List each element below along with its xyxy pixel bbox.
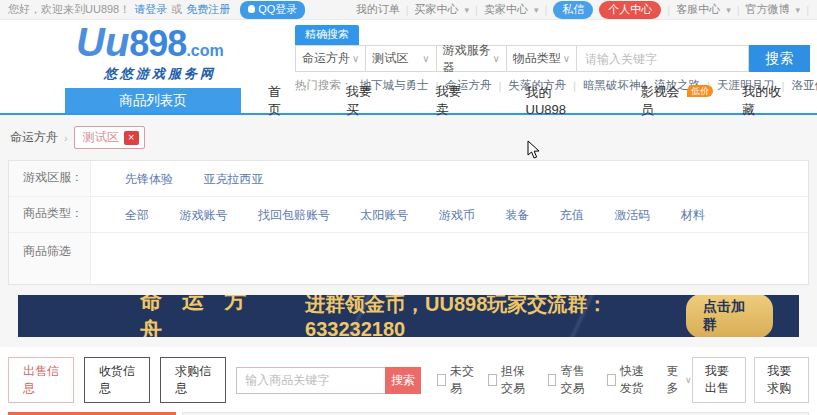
filter-tag-test-zone[interactable]: 测试区 × <box>74 126 145 149</box>
tab-video-vip[interactable]: 影视会员 低价 <box>614 88 716 113</box>
filter-option[interactable]: 太阳账号 <box>360 207 408 224</box>
tab-receive-info[interactable]: 收货信息 <box>84 357 150 403</box>
chevron-down-icon: ∨ <box>352 53 359 64</box>
chevron-down-icon: ▾ <box>465 5 470 15</box>
listing-toolbar: 出售信息 收货信息 求购信息 搜索 未交易 担保交易 寄售交易 <box>8 357 809 403</box>
search-button[interactable]: 搜索 <box>749 45 810 72</box>
chevron-down-icon: ∨ <box>563 53 570 64</box>
top-utility-bar: 您好，欢迎来到UU898！ 请登录 或 免费注册 QQ登录 我的订单 | 买家中… <box>0 0 817 20</box>
checkbox-guarantee-trade[interactable]: 担保交易 <box>488 363 533 397</box>
page-body: 命运方舟 › 测试区 × 游戏区服： 先锋体验 亚克拉西亚 商品类型： 全部 游… <box>0 115 817 415</box>
low-price-badge: 低价 <box>687 85 713 97</box>
chevron-down-icon: ▾ <box>726 5 731 15</box>
checkbox-icon <box>607 374 616 386</box>
filter-label: 商品类型： <box>9 197 91 232</box>
checkbox-fast-delivery[interactable]: 快速发货 <box>607 363 652 397</box>
tab-my-uu898[interactable]: 我的UU898 <box>499 88 614 113</box>
checkbox-untraded[interactable]: 未交易 <box>437 363 474 397</box>
separator: | <box>545 4 548 16</box>
qq-penguin-icon <box>248 5 255 13</box>
breadcrumb-game: 命运方舟 <box>10 129 58 146</box>
banner-text: 进群领金币，UU898玩家交流群：633232180 <box>305 295 686 337</box>
search-input[interactable] <box>576 45 749 72</box>
join-group-button[interactable]: 点击加群 <box>686 295 773 337</box>
filter-option[interactable]: 先锋体验 <box>125 171 173 188</box>
filter-label: 商品筛选 <box>9 233 91 284</box>
filter-table: 游戏区服： 先锋体验 亚克拉西亚 商品类型： 全部 游戏账号 找回包赔账号 太阳… <box>8 160 809 285</box>
more-dropdown[interactable]: 更多 ∨ <box>666 363 691 397</box>
weibo-link[interactable]: 官方微博 <box>746 2 790 17</box>
qq-group-banner: 命 运 方 舟 进群领金币，UU898玩家交流群：633232180 点击加群 <box>18 295 799 337</box>
filter-option[interactable]: 游戏币 <box>439 207 475 224</box>
service-center-link[interactable]: 客服中心 <box>676 2 720 17</box>
server-select[interactable]: 游戏服务器 ∨ <box>436 45 507 72</box>
qq-login-button[interactable]: QQ登录 <box>240 1 305 19</box>
seller-center-link[interactable]: 卖家中心 <box>484 2 528 17</box>
checkbox-consignment-trade[interactable]: 寄售交易 <box>548 363 593 397</box>
filter-option[interactable]: 材料 <box>681 207 705 224</box>
chevron-down-icon: ▾ <box>796 5 801 15</box>
breadcrumb: 命运方舟 › 测试区 × <box>0 115 817 158</box>
banner-game-title: 命 运 方 舟 <box>140 295 287 337</box>
login-link[interactable]: 请登录 <box>134 2 167 17</box>
separator: | <box>737 4 740 16</box>
tab-sell[interactable]: 我要卖 <box>409 88 499 113</box>
or-text: 或 <box>171 2 182 17</box>
checkbox-icon <box>488 374 497 386</box>
listing-section: 出售信息 收货信息 求购信息 搜索 未交易 担保交易 寄售交易 <box>0 347 817 415</box>
filter-option[interactable]: 游戏账号 <box>179 207 227 224</box>
register-link[interactable]: 免费注册 <box>186 2 230 17</box>
separator: | <box>806 4 809 16</box>
filter-row-screen: 商品筛选 <box>9 233 808 284</box>
chevron-down-icon: ∨ <box>492 53 499 64</box>
filter-option[interactable]: 充值 <box>560 207 584 224</box>
tab-product-list[interactable]: 商品列表页 <box>65 88 241 113</box>
tab-buy[interactable]: 我要买 <box>319 88 409 113</box>
checkbox-icon <box>548 374 557 386</box>
site-header: Uu898.com 悠悠游戏服务网 精确搜索 命运方舟 ∨ 测试区 ∨ 游戏服务… <box>0 20 817 88</box>
chevron-down-icon: ∨ <box>685 375 692 385</box>
my-orders-link[interactable]: 我的订单 <box>356 2 400 17</box>
checkbox-icon <box>437 374 446 386</box>
i-want-buy-button[interactable]: 我要求购 <box>754 357 809 403</box>
filter-option[interactable]: 全部 <box>125 207 149 224</box>
breadcrumb-arrow-icon: › <box>64 132 68 144</box>
main-nav: 商品列表页 首页 我要买 我要卖 我的UU898 影视会员 低价 我的收藏 <box>0 88 817 115</box>
precise-search-tab[interactable]: 精确搜索 <box>295 25 359 45</box>
filter-option[interactable]: 激活码 <box>614 207 650 224</box>
filter-row-zone: 游戏区服： 先锋体验 亚克拉西亚 <box>9 161 808 197</box>
filter-search-button[interactable]: 搜索 <box>385 367 421 394</box>
separator: | <box>475 4 478 16</box>
logo-tagline: 悠悠游戏服务网 <box>104 65 224 83</box>
messages-button[interactable]: 私信 <box>553 1 593 19</box>
tab-sale-info[interactable]: 出售信息 <box>8 357 74 403</box>
filter-option[interactable]: 亚克拉西亚 <box>203 171 263 188</box>
filter-option[interactable]: 找回包赔账号 <box>258 207 330 224</box>
separator: | <box>667 4 670 16</box>
chevron-down-icon: ∨ <box>422 53 429 64</box>
game-select[interactable]: 命运方舟 ∨ <box>295 45 366 72</box>
filter-row-type: 商品类型： 全部 游戏账号 找回包赔账号 太阳账号 游戏币 装备 充值 激活码 … <box>9 197 808 233</box>
keyword-filter-input[interactable] <box>236 367 386 394</box>
filter-option[interactable]: 装备 <box>505 207 529 224</box>
close-icon[interactable]: × <box>124 131 139 145</box>
tab-wanted-info[interactable]: 求购信息 <box>160 357 226 403</box>
tab-favorites[interactable]: 我的收藏 <box>715 88 817 113</box>
greeting-text: 您好，欢迎来到UU898！ <box>8 2 130 17</box>
buyer-center-link[interactable]: 买家中心 <box>415 2 459 17</box>
tab-home[interactable]: 首页 <box>241 88 319 113</box>
i-want-sell-button[interactable]: 我要出售 <box>692 357 747 403</box>
chevron-down-icon: ▾ <box>534 5 539 15</box>
filter-label: 游戏区服： <box>9 161 91 196</box>
personal-center-button[interactable]: 个人中心 <box>599 1 661 19</box>
site-logo[interactable]: Uu898.com 悠悠游戏服务网 <box>76 24 224 83</box>
zone-select[interactable]: 测试区 ∨ <box>365 45 436 72</box>
item-type-select[interactable]: 物品类型 ∨ <box>506 45 577 72</box>
separator: | <box>406 4 409 16</box>
